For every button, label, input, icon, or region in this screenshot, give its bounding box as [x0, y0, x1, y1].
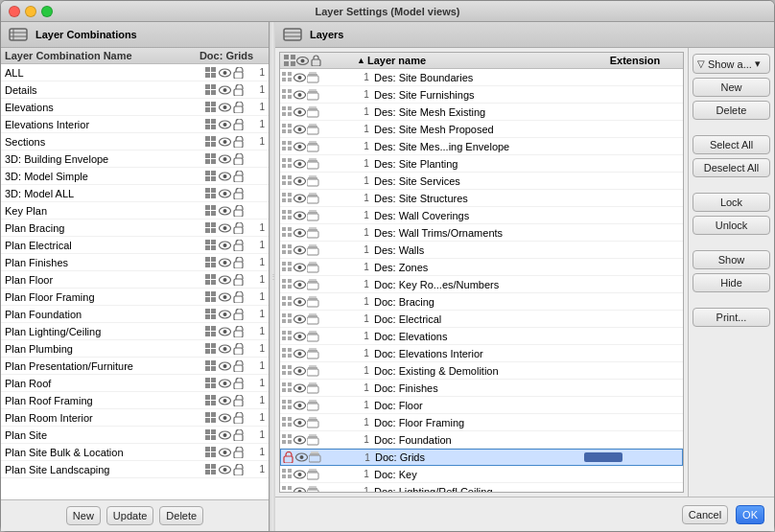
layer-row-name: Des: Site Planting — [374, 158, 585, 170]
layer-combination-row[interactable]: Plan Lighting/Ceiling 1 — [1, 323, 269, 340]
unlock-button[interactable]: Unlock — [693, 216, 770, 235]
maximize-button[interactable] — [41, 6, 53, 17]
layer-combination-row[interactable]: Plan Site Bulk & Location 1 — [1, 444, 269, 461]
layer-combination-row[interactable]: Plan Site Landscaping 1 — [1, 461, 269, 478]
layer-row[interactable]: 1 Doc: Lighting/Refl Ceiling — [280, 483, 683, 492]
layer-row[interactable]: 1 Des: Site Furnishings — [280, 86, 683, 104]
layer-row[interactable]: 1 Des: Site Structures — [280, 190, 683, 207]
select-all-button[interactable]: Select All — [693, 135, 770, 154]
show-filter-button[interactable]: ▽ New Show a... ▾ — [693, 54, 770, 74]
lc-row-name: Plan Finishes — [5, 257, 203, 268]
lc-row-icons — [203, 135, 246, 149]
layer-row[interactable]: 1 Des: Site Mesh Proposed — [280, 121, 683, 138]
svg-rect-402 — [308, 488, 317, 490]
svg-point-232 — [298, 162, 302, 166]
svg-rect-152 — [211, 429, 216, 434]
layer-row[interactable]: 1 Des: Site Mesh Existing — [280, 104, 683, 121]
layer-combination-row[interactable]: 3D: Model ALL — [1, 185, 269, 202]
svg-rect-280 — [309, 244, 317, 246]
layer-combination-row[interactable]: Plan Bracing 1 — [1, 220, 269, 237]
layer-row[interactable]: 1 Des: Site Mes...ing Envelope — [280, 138, 683, 155]
layer-combination-row[interactable]: Sections 1 — [1, 133, 269, 150]
layer-combination-row[interactable]: Elevations 1 — [1, 99, 269, 116]
layer-combination-row[interactable]: Plan Roof Framing 1 — [1, 392, 269, 409]
layer-combination-row[interactable]: Elevations Interior 1 — [1, 116, 269, 133]
layer-combination-row[interactable]: Plan Floor Framing 1 — [1, 289, 269, 306]
layer-row[interactable]: 1 Des: Wall Coverings — [280, 207, 683, 224]
layer-row-name: Doc: Finishes — [374, 382, 585, 394]
layer-row[interactable]: 1 Doc: Elevations — [280, 328, 683, 345]
layer-row[interactable]: 1 Doc: Finishes — [280, 380, 683, 397]
close-button[interactable] — [9, 6, 20, 17]
extension-col-header[interactable]: Extension — [587, 55, 683, 66]
lc-row-num: 1 — [246, 67, 265, 78]
svg-point-93 — [223, 278, 226, 282]
svg-rect-146 — [205, 418, 210, 423]
svg-rect-386 — [282, 469, 286, 473]
svg-point-340 — [298, 369, 302, 373]
layer-row[interactable]: 1 Doc: Existing & Demolition — [280, 362, 683, 380]
show-button[interactable]: Show — [693, 250, 770, 269]
hide-button[interactable]: Hide — [693, 273, 770, 292]
lc-new-button[interactable]: New — [66, 506, 101, 525]
svg-rect-300 — [288, 296, 292, 300]
cancel-button[interactable]: Cancel — [682, 505, 728, 524]
svg-rect-384 — [310, 453, 319, 455]
layer-combinations-list[interactable]: ALL 1 Details 1 Elev — [1, 64, 269, 499]
layer-row-name: Des: Wall Coverings — [374, 210, 585, 221]
lock-button[interactable]: Lock — [693, 193, 770, 212]
layer-combination-row[interactable]: Details 1 — [1, 81, 269, 99]
layer-combination-row[interactable]: Plan Room Interior 1 — [1, 409, 269, 427]
svg-rect-88 — [205, 274, 210, 279]
layer-row[interactable]: 1 Doc: Floor — [280, 397, 683, 414]
layer-row[interactable]: 1 Des: Site Boundaries — [280, 69, 683, 86]
layer-row[interactable]: 1 Des: Wall Trims/Ornaments — [280, 224, 683, 242]
layer-combination-row[interactable]: Plan Plumbing 1 — [1, 340, 269, 358]
deselect-all-button[interactable]: Deselect All — [693, 158, 770, 177]
lc-row-icons — [203, 377, 246, 390]
lc-icon-3 — [232, 221, 246, 235]
svg-rect-283 — [282, 267, 286, 271]
ok-button[interactable]: OK — [736, 505, 764, 524]
layer-combination-row[interactable]: ALL 1 — [1, 64, 269, 81]
layers-new-button[interactable]: New — [693, 78, 770, 97]
layer-row[interactable]: 1 Doc: Electrical — [280, 311, 683, 328]
layer-combination-row[interactable]: Plan Electrical 1 — [1, 237, 269, 254]
grid-icon — [282, 244, 293, 255]
lc-delete-button[interactable]: Delete — [159, 506, 203, 525]
layer-combination-row[interactable]: Plan Foundation 1 — [1, 306, 269, 323]
layer-row[interactable]: 1 Doc: Elevations Interior — [280, 345, 683, 362]
svg-rect-388 — [282, 474, 286, 478]
svg-rect-68 — [211, 222, 216, 227]
layer-row[interactable]: 1 Des: Zones — [280, 259, 683, 276]
layer-row[interactable]: 1 Des: Site Services — [280, 173, 683, 190]
layer-row[interactable]: 1 Doc: Floor Framing — [280, 414, 683, 431]
svg-rect-254 — [282, 210, 286, 214]
grid-icon — [282, 210, 293, 220]
layer-combination-row[interactable]: Plan Roof 1 — [1, 375, 269, 392]
layer-combination-row[interactable]: 3D: Building Envelope — [1, 150, 269, 168]
svg-rect-266 — [288, 233, 292, 237]
layer-combination-row[interactable]: 3D: Model Simple — [1, 168, 269, 185]
layers-delete-button[interactable]: Delete — [693, 101, 770, 120]
layer-row[interactable]: 1 Doc: Key Ro...es/Numbers — [280, 276, 683, 293]
layer-row-num: 1 — [360, 452, 375, 463]
layer-row[interactable]: 1 Doc: Foundation — [280, 431, 683, 449]
layers-list[interactable]: 1 Des: Site Boundaries 1 Des: Site Furni… — [280, 69, 683, 492]
minimize-button[interactable] — [25, 6, 36, 17]
layer-combination-row[interactable]: Plan Presentation/Furniture 1 — [1, 358, 269, 375]
print-button[interactable]: Print... — [693, 308, 770, 327]
layer-row[interactable]: 1 Des: Site Planting — [280, 155, 683, 173]
layer-combination-row[interactable]: Key Plan — [1, 202, 269, 220]
layer-row[interactable]: 1 Doc: Key — [280, 466, 683, 483]
layer-combination-row[interactable]: Plan Finishes 1 — [1, 254, 269, 271]
layer-name-col-header[interactable]: ▲ Layer name — [357, 55, 587, 66]
layer-row-name: Des: Site Furnishings — [374, 89, 585, 101]
layer-row[interactable]: 1 Doc: Grids — [280, 449, 683, 466]
layer-combination-row[interactable]: Plan Site 1 — [1, 427, 269, 444]
lc-update-button[interactable]: Update — [106, 506, 153, 525]
layer-combination-row[interactable]: Plan Floor 1 — [1, 271, 269, 289]
layer-row[interactable]: 1 Des: Walls — [280, 242, 683, 259]
svg-point-86 — [223, 261, 226, 265]
layer-row[interactable]: 1 Doc: Bracing — [280, 293, 683, 311]
